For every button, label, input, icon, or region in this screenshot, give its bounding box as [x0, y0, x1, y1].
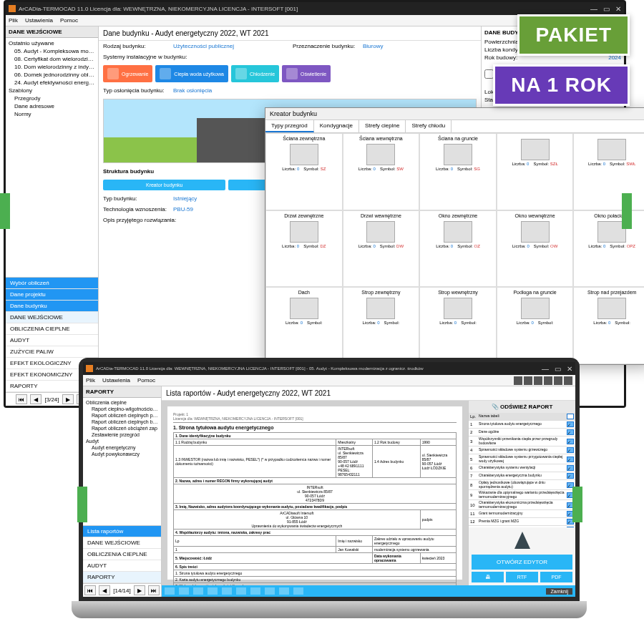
window-title-2: ArCADia-TERMOCAD 11.0 Licencja dla: WEWN…	[96, 366, 424, 371]
tab-przegrody[interactable]: Typy przegród	[265, 120, 314, 132]
kreator-cell[interactable]: Okno zewnętrzneLiczba: 0Symbol: OZ	[419, 210, 497, 288]
tree[interactable]: Ostatnio używane 05. Audyt - Kompleksowa…	[6, 38, 98, 277]
pager-next[interactable]: ▶	[62, 394, 74, 404]
app-icon	[9, 5, 16, 12]
table-row[interactable]: 1Strona tytułowa audytu energetycznego✓	[469, 421, 575, 429]
sidebar-2: RAPORTY Obliczenia cieplne Raport ciepln…	[83, 386, 162, 597]
kreator-cell[interactable]: Okno wewnętrzneLiczba: 0Symbol: OW	[497, 210, 574, 288]
minimize-icon[interactable]: —	[542, 365, 549, 373]
maximize-icon[interactable]: ▭	[603, 5, 610, 13]
open-editor-button[interactable]: OTWÓRZ EDYTOR	[472, 555, 572, 570]
tree-group-templates[interactable]: Szablony	[7, 87, 97, 94]
nav-dane-wejsciowe[interactable]: DANE WEJŚCIOWE	[6, 312, 98, 323]
green-tab-icon[interactable]	[572, 487, 582, 522]
table-row[interactable]: 7Charakterystyka energetyczna budynku✓	[469, 472, 575, 480]
kreator-cell[interactable]: Drzwi zewnętrzneLiczba: 0Symbol: DZ	[265, 210, 343, 288]
minimize-icon[interactable]: —	[590, 5, 597, 13]
table-row[interactable]: 6Charakterystyka systemu wentylacji✓	[469, 464, 575, 472]
tables-list[interactable]: 1Strona tytułowa audytu energetycznego✓2…	[469, 421, 575, 527]
kreator-title: Kreator budynku	[265, 108, 644, 120]
table-row[interactable]: 12Premia MZG i grant MZG✓	[469, 518, 575, 526]
menubar-2[interactable]: Plik Ustawienia Pomoc	[83, 375, 575, 386]
report-tree[interactable]: Obliczenia cieplne Raport cieplno-wilgot…	[83, 398, 161, 459]
sidebar-title: DANE WEJŚCIOWE	[6, 26, 98, 38]
kreator-cell[interactable]: Strop wewnętrznyLiczba: 0Symbol:	[419, 287, 497, 364]
table-row[interactable]: 5Sprawności składowe systemu przygotowan…	[469, 454, 575, 464]
report-doc[interactable]: Projekt: 1 Licencja dla: WEWNĘTRZNA, NIE…	[162, 401, 468, 585]
kreator-cell[interactable]: Liczba: 0Symbol: SZŁ	[497, 133, 574, 210]
water-icon	[160, 68, 171, 79]
kreator-cell[interactable]: Strop zewnętrznyLiczba: 0Symbol:	[343, 287, 420, 364]
kreator-cell[interactable]: Ściana na gruncieLiczba: 0Symbol: SG	[419, 133, 497, 210]
sidebar: DANE WEJŚCIOWE Ostatnio używane 05. Audy…	[6, 26, 99, 406]
pencil-icon	[512, 530, 533, 552]
chk-organ[interactable]	[484, 65, 494, 83]
sys-woda[interactable]: Ciepła woda użytkowa	[155, 65, 228, 82]
oslona-dropdown[interactable]: Brak osłonięcia	[173, 87, 477, 94]
refresh-header[interactable]: 📎 ODŚWIEŻ RAPORT	[469, 401, 575, 413]
nav-cieplne[interactable]: OBLICZENIA CIEPLNE	[6, 323, 98, 335]
pager-first[interactable]: ⏮	[16, 394, 27, 404]
table-row[interactable]: 9Wskazanie dla optymalnego wariantu prze…	[469, 490, 575, 500]
titlebar-2: ArCADia-TERMOCAD 11.0 Licencja dla: WEWN…	[83, 362, 575, 375]
flame-icon	[107, 68, 119, 79]
close-icon[interactable]: ✕	[567, 365, 572, 373]
kreator-cell[interactable]: Strop nad przejazdemLiczba: 0Symbol:	[573, 287, 644, 364]
badge-pakiet: PAKIET	[517, 14, 630, 56]
tab-kondygnacje[interactable]: Kondygnacje	[314, 120, 359, 132]
pdf-button[interactable]: PDF	[540, 572, 572, 582]
titlebar: ArCADia-TERMOCAD 11.0 Licencja dla: WEWN…	[6, 2, 624, 15]
kreator-grid: Ściana zewnętrznaLiczba: 0Symbol: SZŚcia…	[265, 133, 644, 364]
kreator-button[interactable]: Kreator budynku	[103, 180, 225, 190]
rtf-button[interactable]: RTF	[506, 572, 538, 582]
table-row[interactable]: 10Charakterystyka ekonomiczna przedsięwz…	[469, 500, 575, 510]
sys-ogrzewanie[interactable]: Ogrzewanie	[103, 65, 152, 82]
tab-cieplne[interactable]: Strefy cieplne	[359, 120, 406, 132]
print-button[interactable]: 🖶	[472, 572, 504, 582]
menu-plik[interactable]: Plik	[9, 17, 18, 24]
window-controls[interactable]: —▭✕	[590, 5, 621, 13]
table-row[interactable]: 11Grant termomodernizacyjny✓	[469, 510, 575, 518]
green-tab-icon[interactable]	[77, 487, 87, 522]
menu-pomoc[interactable]: Pomoc	[60, 17, 78, 24]
kreator-cell[interactable]: Okno połacioweLiczba: 0Symbol: OPZ	[573, 210, 644, 288]
kreator-dialog: Kreator budynku Typy przegród Kondygnacj…	[265, 107, 644, 365]
pager-prev[interactable]: ◀	[30, 394, 42, 404]
tab-chlodu[interactable]: Strefy chłodu	[406, 120, 452, 132]
sys-chlodzenie[interactable]: Chłodzenie	[231, 65, 279, 82]
window-title: ArCADia-TERMOCAD 11.0 Licencja dla: WEWN…	[19, 6, 298, 12]
kreator-cell[interactable]: Ściana zewnętrznaLiczba: 0Symbol: SZ	[265, 133, 343, 210]
green-tab-icon[interactable]	[622, 193, 632, 229]
nav-dane-budynku[interactable]: Dane budynku	[6, 301, 98, 312]
nav-audyt[interactable]: AUDYT	[6, 335, 98, 346]
table-row[interactable]: 2Dane ogólne✓	[469, 429, 575, 436]
nav-paliw[interactable]: ZUŻYCIE PALIW	[6, 346, 98, 358]
bulb-icon	[286, 68, 298, 79]
snow-icon	[235, 68, 247, 79]
kreator-cell[interactable]: DachLiczba: 0Symbol:	[265, 287, 343, 364]
svg-marker-0	[514, 532, 530, 549]
close-button[interactable]: Zamknij	[546, 588, 572, 595]
maximize-icon[interactable]: ▭	[555, 365, 561, 373]
kreator-cell[interactable]: Ściana wewnętrznaLiczba: 0Symbol: SW	[343, 133, 420, 210]
nav-dane-projektu[interactable]: Dane projektu	[6, 289, 98, 301]
tree-group-recent[interactable]: Ostatnio używane	[7, 39, 97, 47]
close-icon[interactable]: ✕	[615, 5, 621, 13]
report-page: Projekt: 1 Licencja dla: WEWNĘTRZNA, NIE…	[167, 406, 462, 580]
table-row[interactable]: 4Sprawności składowe systemu grzewczego✓	[469, 447, 575, 454]
kreator-cell[interactable]: Drzwi wewnętrzneLiczba: 0Symbol: DW	[343, 210, 420, 288]
nav-wybor[interactable]: Wybór obliczeń	[6, 278, 98, 289]
content-title: Dane budynku - Audyt energetyczny 2022, …	[99, 26, 481, 41]
green-tab-icon[interactable]	[0, 193, 10, 229]
rodzaj-dropdown[interactable]: Użyteczności publicznej	[173, 43, 287, 49]
kreator-cell[interactable]: Podłoga na gruncieLiczba: 0Symbol:	[497, 287, 574, 364]
przezn-dropdown[interactable]: Biurowy	[363, 43, 477, 49]
table-row[interactable]: 8Opłaty jednostkowe (obowiązujące w dniu…	[469, 480, 575, 490]
kreator-cell[interactable]: Liczba: 0Symbol: SWŁ	[573, 133, 644, 210]
table-row[interactable]: 3Współczynniki przenikania ciepła przez …	[469, 436, 575, 447]
window-controls-2[interactable]: —▭✕	[542, 365, 572, 373]
menu-ustawienia[interactable]: Ustawienia	[25, 17, 53, 24]
sys-oswietlenie[interactable]: Oświetlenie	[282, 65, 331, 82]
app-icon	[86, 365, 93, 372]
laptop-base	[72, 601, 587, 618]
